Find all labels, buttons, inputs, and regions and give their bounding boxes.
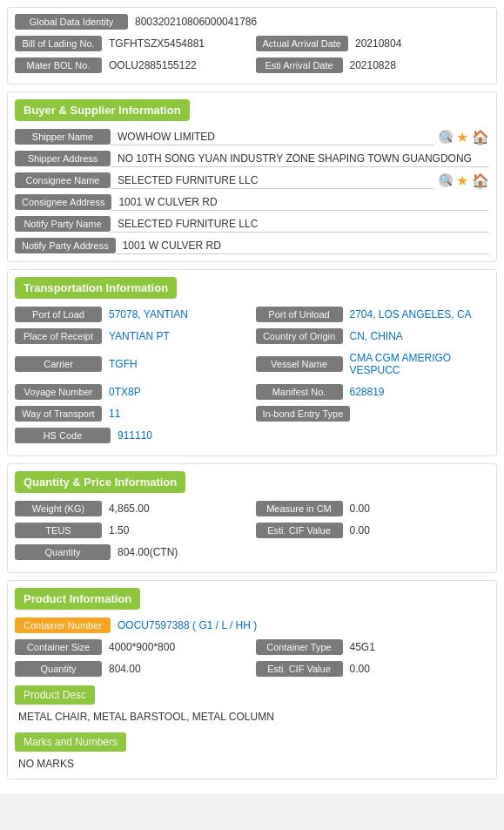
product-section: Product Information Container Number OOC…: [7, 580, 497, 779]
bill-of-lading-field: Bill of Lading No. TGFHTSZX5454881: [15, 35, 249, 52]
teus-field: TEUS 1.50: [15, 522, 249, 539]
esti-arrival-label: Esti Arrival Date: [256, 57, 343, 73]
transportation-header: Transportation Information: [15, 277, 177, 299]
measure-cm-label: Measure in CM: [256, 501, 343, 516]
product-esti-cif-value: 0.00: [343, 660, 490, 678]
product-desc-text: METAL CHAIR, METAL BARSTOOL, METAL COLUM…: [15, 709, 489, 725]
quantity-price-header: Quantity & Price Information: [15, 471, 185, 493]
esti-cif-field: Esti. CIF Value 0.00: [256, 522, 490, 539]
marks-and-numbers-button[interactable]: Marks and Numbers: [15, 732, 126, 752]
shipper-name-icons: 🔍 ★ 🏠: [439, 129, 489, 145]
container-size-type-row: Container Size 4000*900*800 Container Ty…: [15, 638, 489, 656]
bill-of-lading-value: TGFHTSZX5454881: [102, 35, 249, 52]
voyage-number-field: Voyage Number 0TX8P: [15, 383, 249, 401]
shipper-name-label: Shipper Name: [15, 129, 111, 145]
actual-arrival-field: Actual Arrival Date 20210804: [256, 35, 490, 52]
mater-bol-value: OOLU2885155122: [102, 57, 249, 74]
home-icon[interactable]: 🏠: [472, 129, 489, 145]
consignee-name-label: Consignee Name: [15, 172, 111, 188]
country-of-origin-field: Country of Origin CN, CHINA: [256, 327, 490, 345]
way-of-transport-field: Way of Transport 11: [15, 405, 249, 422]
container-number-row: Container Number OOCU7597388 ( G1 / L / …: [15, 617, 489, 634]
shipper-name-value: WOWHOW LIMITED: [111, 128, 433, 145]
container-type-field: Container Type 45G1: [256, 638, 490, 656]
weight-measure-row: Weight (KG) 4,865.00 Measure in CM 0.00: [15, 500, 489, 517]
consignee-address-label: Consignee Address: [15, 194, 111, 210]
country-of-origin-label: Country of Origin: [256, 328, 343, 344]
esti-cif-value: 0.00: [343, 522, 490, 539]
hs-code-label: HS Code: [15, 428, 111, 443]
place-of-receipt-label: Place of Receipt: [15, 328, 102, 344]
actual-arrival-label: Actual Arrival Date: [256, 36, 348, 51]
carrier-value: TGFH: [102, 355, 249, 373]
shipper-name-row: Shipper Name WOWHOW LIMITED 🔍 ★ 🏠: [15, 128, 489, 145]
notify-party-address-row: Notify Party Address 1001 W CULVER RD: [15, 237, 489, 254]
search-icon-2[interactable]: 🔍: [439, 173, 453, 187]
esti-arrival-field: Esti Arrival Date 20210828: [256, 57, 490, 74]
shipper-address-row: Shipper Address NO 10TH SONG YUAN INDUST…: [15, 150, 489, 167]
esti-arrival-value: 20210828: [343, 57, 490, 74]
product-quantity-field: Quantity 804.00: [15, 660, 249, 678]
global-data-identity-row: Global Data Identity 8003202108060000417…: [15, 13, 489, 30]
notify-party-name-row: Notify Party Name SELECTED FURNITURE LLC: [15, 215, 489, 233]
notify-party-address-label: Notify Party Address: [15, 238, 116, 253]
buyer-supplier-header: Buyer & Supplier Information: [15, 99, 190, 121]
vessel-name-value: CMA CGM AMERIGO VESPUCC: [343, 349, 490, 379]
notify-party-address-value: 1001 W CULVER RD: [116, 237, 489, 254]
transportation-section: Transportation Information Port of Load …: [7, 269, 497, 456]
way-inbond-row: Way of Transport 11 In-bond Entry Type: [15, 405, 489, 422]
star-icon[interactable]: ★: [456, 129, 468, 145]
port-of-unload-value: 2704, LOS ANGELES, CA: [343, 306, 490, 323]
quantity-row: Quantity 804.00(CTN): [15, 543, 489, 561]
container-size-value: 4000*900*800: [102, 638, 249, 656]
port-of-unload-label: Port of Unload: [256, 307, 343, 322]
actual-arrival-value: 20210804: [348, 35, 489, 52]
star-icon-2[interactable]: ★: [456, 172, 468, 189]
container-number-label: Container Number: [15, 617, 111, 633]
container-size-field: Container Size 4000*900*800: [15, 638, 249, 656]
vessel-name-label: Vessel Name: [256, 356, 343, 372]
carrier-vessel-row: Carrier TGFH Vessel Name CMA CGM AMERIGO…: [15, 349, 489, 379]
vessel-name-field: Vessel Name CMA CGM AMERIGO VESPUCC: [256, 349, 490, 379]
home-icon-2[interactable]: 🏠: [472, 172, 489, 189]
receipt-origin-row: Place of Receipt YANTIAN PT Country of O…: [15, 327, 489, 345]
port-of-load-field: Port of Load 57078, YANTIAN: [15, 306, 249, 323]
consignee-address-row: Consignee Address 1001 W CULVER RD: [15, 193, 489, 211]
port-of-unload-field: Port of Unload 2704, LOS ANGELES, CA: [256, 306, 490, 323]
mater-bol-field: Mater BOL No. OOLU2885155122: [15, 57, 249, 74]
voyage-number-value: 0TX8P: [102, 383, 249, 401]
bol-row: Bill of Lading No. TGFHTSZX5454881 Actua…: [15, 35, 489, 52]
notify-party-name-label: Notify Party Name: [15, 216, 111, 232]
voyage-manifest-row: Voyage Number 0TX8P Manifest No. 628819: [15, 383, 489, 401]
weight-label: Weight (KG): [15, 501, 102, 516]
country-of-origin-value: CN, CHINA: [343, 327, 490, 345]
product-header: Product Information: [15, 588, 140, 610]
in-bond-entry-field: In-bond Entry Type: [256, 405, 490, 422]
product-desc-button[interactable]: Product Desc: [15, 685, 95, 705]
marks-text: NO MARKS: [15, 756, 489, 772]
way-of-transport-value: 11: [102, 405, 249, 422]
product-esti-cif-label: Esti. CIF Value: [256, 661, 343, 677]
in-bond-entry-label: In-bond Entry Type: [256, 406, 351, 422]
product-quantity-label: Quantity: [15, 661, 102, 677]
search-icon[interactable]: 🔍: [439, 130, 453, 144]
manifest-no-value: 628819: [343, 383, 490, 401]
consignee-name-value: SELECTED FURNITURE LLC: [111, 172, 433, 189]
manifest-no-label: Manifest No.: [256, 384, 343, 400]
container-number-value: OOCU7597388 ( G1 / L / HH ): [111, 617, 489, 634]
product-qty-cif-row: Quantity 804.00 Esti. CIF Value 0.00: [15, 660, 489, 678]
shipper-address-label: Shipper Address: [15, 151, 111, 166]
quantity-price-section: Quantity & Price Information Weight (KG)…: [7, 463, 497, 573]
shipper-address-value: NO 10TH SONG YUAN INDUSTRY ZONE SHAPING …: [111, 150, 489, 167]
measure-cm-field: Measure in CM 0.00: [256, 500, 490, 517]
hs-code-row: HS Code 911110: [15, 427, 489, 444]
port-of-load-label: Port of Load: [15, 307, 102, 322]
teus-label: TEUS: [15, 523, 102, 538]
mater-bol-row: Mater BOL No. OOLU2885155122 Esti Arriva…: [15, 57, 489, 74]
hs-code-value: 911110: [111, 427, 489, 444]
product-esti-cif-field: Esti. CIF Value 0.00: [256, 660, 490, 678]
place-of-receipt-value: YANTIAN PT: [102, 327, 249, 345]
port-row: Port of Load 57078, YANTIAN Port of Unlo…: [15, 306, 489, 323]
way-of-transport-label: Way of Transport: [15, 406, 102, 422]
weight-field: Weight (KG) 4,865.00: [15, 500, 249, 517]
